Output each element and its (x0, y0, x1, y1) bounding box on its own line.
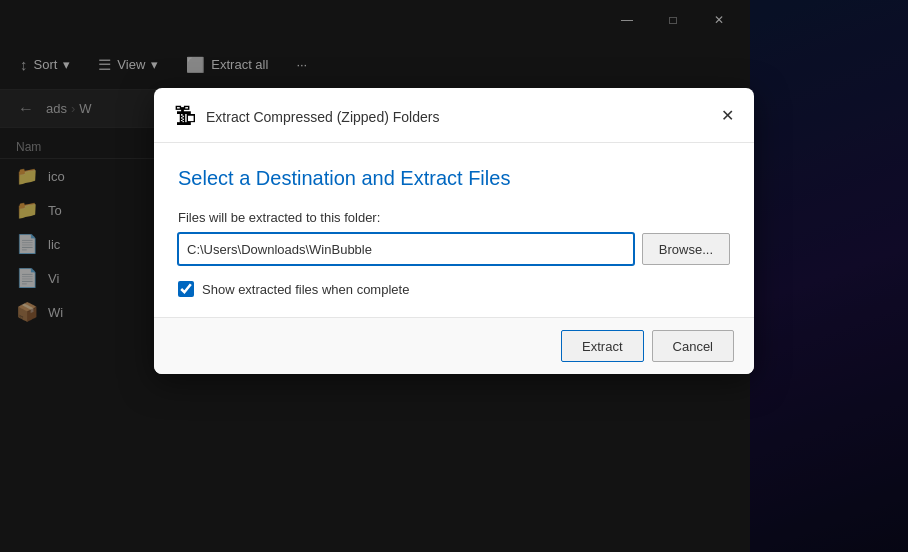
dialog-close-button[interactable]: ✕ (712, 100, 742, 130)
dialog-overlay: 🗜 Extract Compressed (Zipped) Folders ✕ … (0, 0, 908, 552)
dialog-header: 🗜 Extract Compressed (Zipped) Folders ✕ (154, 88, 754, 143)
extract-button[interactable]: Extract (561, 330, 643, 362)
dialog-body: Select a Destination and Extract Files F… (154, 143, 754, 317)
show-files-checkbox-row: Show extracted files when complete (178, 281, 730, 297)
show-files-label: Show extracted files when complete (202, 282, 409, 297)
show-files-checkbox[interactable] (178, 281, 194, 297)
dialog-main-title: Select a Destination and Extract Files (178, 167, 730, 190)
path-row: Browse... (178, 233, 730, 265)
destination-path-input[interactable] (178, 233, 634, 265)
browse-button[interactable]: Browse... (642, 233, 730, 265)
extract-dialog: 🗜 Extract Compressed (Zipped) Folders ✕ … (154, 88, 754, 374)
zip-folder-icon: 🗜 (174, 104, 196, 130)
cancel-button[interactable]: Cancel (652, 330, 734, 362)
dialog-footer: Extract Cancel (154, 317, 754, 374)
path-label: Files will be extracted to this folder: (178, 210, 730, 225)
dialog-header-title: Extract Compressed (Zipped) Folders (206, 109, 439, 125)
